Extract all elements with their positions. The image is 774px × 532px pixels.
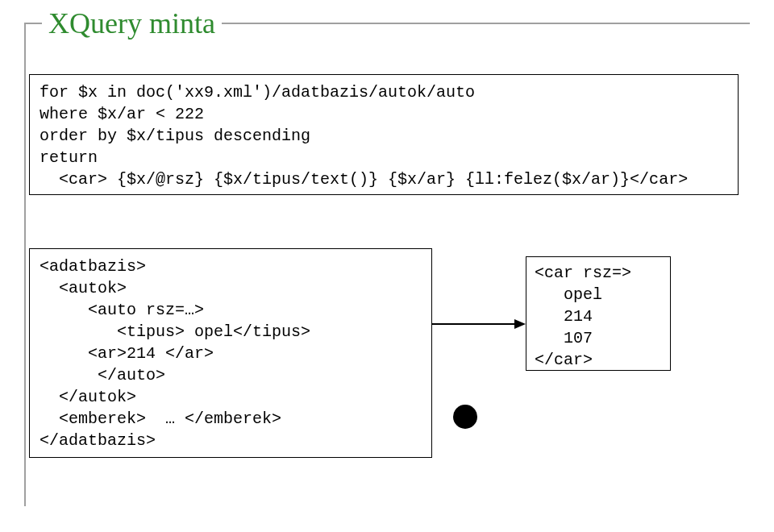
xquery-code-box: for $x in doc('xx9.xml')/adatbazis/autok… [29,74,739,195]
output-xml-box: <car rsz=> opel 214 107 </car> [526,256,671,371]
title-wrap: XQuery minta [42,6,222,40]
dot-icon [453,405,477,429]
input-xml-box: <adatbazis> <autok> <auto rsz=…> <tipus>… [29,248,432,458]
output-xml-code: <car rsz=> opel 214 107 </car> [535,262,662,371]
input-xml-code: <adatbazis> <autok> <auto rsz=…> <tipus>… [40,256,422,451]
xquery-code: for $x in doc('xx9.xml')/adatbazis/autok… [40,81,728,190]
slide-frame: XQuery minta for $x in doc('xx9.xml')/ad… [24,23,750,506]
arrow-icon [432,319,526,329]
page-title: XQuery minta [48,6,215,40]
